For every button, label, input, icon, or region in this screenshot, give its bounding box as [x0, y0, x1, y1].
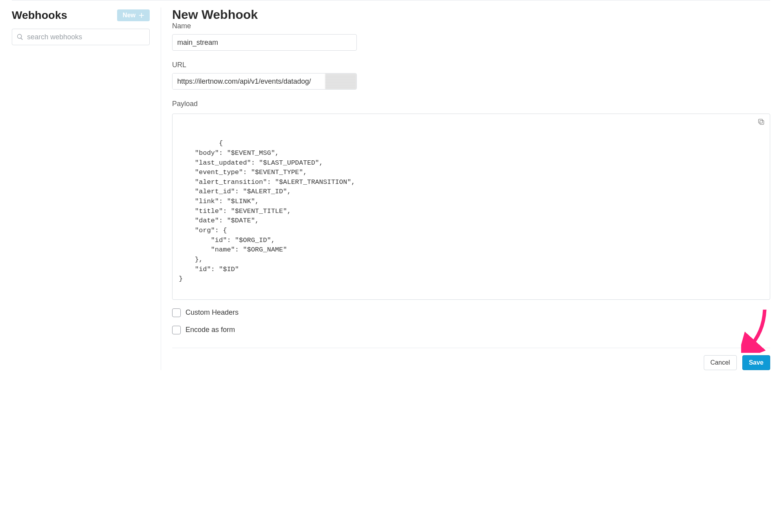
custom-headers-checkbox[interactable] — [172, 308, 181, 317]
page-title: New Webhook — [172, 7, 770, 22]
new-button-label: New — [123, 12, 136, 19]
plus-icon — [139, 13, 144, 18]
payload-label: Payload — [172, 100, 770, 108]
url-input[interactable] — [173, 73, 325, 89]
custom-headers-row[interactable]: Custom Headers — [172, 308, 770, 317]
encode-as-form-checkbox[interactable] — [172, 326, 181, 334]
url-input-wrap — [172, 73, 357, 90]
name-field: Name — [172, 22, 770, 51]
search-input[interactable] — [12, 29, 150, 45]
sidebar-title: Webhooks — [12, 9, 67, 22]
save-button[interactable]: Save — [742, 355, 770, 370]
encode-as-form-label: Encode as form — [185, 326, 235, 334]
name-input[interactable] — [172, 34, 357, 51]
encode-as-form-row[interactable]: Encode as form — [172, 326, 770, 334]
payload-textarea[interactable]: { "body": "$EVENT_MSG", "last_updated": … — [172, 114, 770, 300]
url-field: URL — [172, 61, 770, 90]
new-webhook-button[interactable]: New — [117, 9, 150, 21]
name-label: Name — [172, 22, 770, 30]
copy-icon[interactable] — [757, 118, 765, 126]
custom-headers-label: Custom Headers — [185, 308, 239, 317]
footer-divider — [172, 348, 770, 348]
payload-content: { "body": "$EVENT_MSG", "last_updated": … — [179, 139, 355, 283]
url-label: URL — [172, 61, 770, 69]
svg-rect-1 — [758, 119, 762, 123]
payload-field: Payload { "body": "$EVENT_MSG", "last_up… — [172, 100, 770, 300]
svg-rect-0 — [760, 121, 764, 125]
sidebar: Webhooks New — [12, 7, 161, 370]
url-redacted-segment — [325, 73, 356, 89]
footer-actions: Cancel Save — [172, 355, 770, 370]
top-divider — [12, 0, 770, 0]
cancel-button[interactable]: Cancel — [704, 355, 737, 370]
